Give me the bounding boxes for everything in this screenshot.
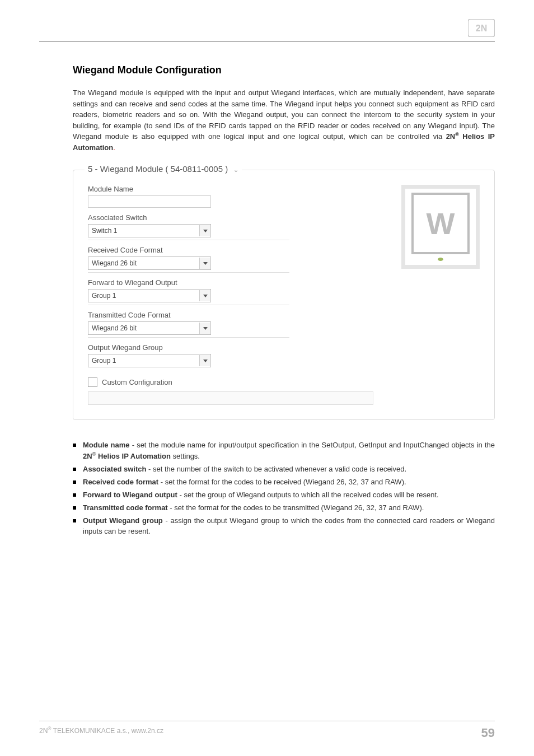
transmitted-code-format-value: Wiegand 26 bit	[92, 324, 137, 332]
bullet-text: - set the format for the codes to be rec…	[158, 478, 406, 486]
bullet-term: Received code format	[83, 478, 158, 486]
bullet-list: Module name - set the module name for in…	[73, 440, 495, 536]
intro-text: The Wiegand module is equipped with the …	[73, 88, 495, 141]
forward-output-select[interactable]: Group 1	[88, 289, 211, 302]
header-rule: 2N	[39, 22, 495, 42]
footer-text: TELEKOMUNIKACE a.s., www.2n.cz	[51, 727, 164, 735]
panel-title[interactable]: 5 - Wiegand Module ( 54-0811-0005 ) ⌄	[85, 164, 242, 174]
custom-config-checkbox[interactable]	[88, 377, 97, 387]
module-name-input[interactable]	[88, 195, 211, 208]
transmitted-code-format-select[interactable]: Wiegand 26 bit	[88, 321, 211, 335]
forward-output-value: Group 1	[92, 292, 116, 300]
bullet-text-after: .	[437, 491, 439, 499]
bullet-text: - set the module name for input/output s…	[130, 441, 495, 449]
brand-logo: 2N	[468, 19, 495, 39]
divider	[88, 272, 289, 273]
config-panel: 5 - Wiegand Module ( 54-0811-0005 ) ⌄ Mo…	[73, 170, 495, 420]
output-wiegand-group-value: Group 1	[92, 357, 116, 365]
custom-config-input[interactable]	[88, 391, 373, 405]
received-code-format-value: Wiegand 26 bit	[92, 259, 137, 267]
bullet-term: Transmitted code format	[83, 503, 168, 512]
bullet-brand-suffix: Helios IP Automation	[96, 452, 171, 461]
bullet-item: Forward to Wiegand output - set the grou…	[73, 490, 495, 501]
chevron-down-icon: ⌄	[233, 166, 238, 174]
forward-output-label: Forward to Wiegand Output	[88, 278, 379, 287]
page-footer: 2N® TELEKOMUNIKACE a.s., www.2n.cz 59	[39, 721, 495, 740]
divider	[88, 305, 289, 305]
received-code-format-label: Received Code Format	[88, 246, 379, 254]
bullet-text-after: settings.	[171, 452, 200, 461]
bullet-term: Associated switch	[83, 465, 146, 473]
bullet-item: Module name - set the module name for in…	[73, 440, 495, 462]
associated-switch-label: Associated Switch	[88, 213, 379, 222]
bullet-term: Forward to Wiegand output	[83, 491, 177, 499]
bullet-item: Associated switch - set the number of th…	[73, 464, 495, 475]
panel-title-text: 5 - Wiegand Module ( 54-0811-0005 )	[88, 164, 228, 174]
page-number: 59	[481, 726, 495, 740]
footer-left: 2N® TELEKOMUNIKACE a.s., www.2n.cz	[39, 726, 163, 740]
intro-paragraph: The Wiegand module is equipped with the …	[73, 87, 495, 153]
transmitted-code-format-label: Transmitted Code Format	[88, 311, 379, 319]
output-wiegand-group-select[interactable]: Group 1	[88, 354, 211, 367]
intro-brand: 2N	[446, 132, 456, 141]
divider	[88, 337, 289, 338]
reg-mark: ®	[455, 132, 459, 137]
associated-switch-select[interactable]: Switch 1	[88, 224, 211, 237]
bullet-text: - set the number of the switch to be act…	[146, 465, 404, 473]
bullet-term: Module name	[83, 441, 130, 449]
output-wiegand-group-label: Output Wiegand Group	[88, 343, 379, 352]
custom-config-label: Custom Configuration	[102, 378, 172, 386]
caret-down-icon	[203, 262, 208, 265]
bullet-item: Output Wiegand group - assign the output…	[73, 516, 495, 537]
bullet-text-after: .	[404, 465, 406, 473]
bullet-item: Received code format - set the format fo…	[73, 477, 495, 488]
module-letter: W	[427, 208, 455, 239]
associated-switch-value: Switch 1	[92, 227, 117, 235]
svg-text:2N: 2N	[476, 24, 487, 33]
caret-down-icon	[203, 295, 208, 297]
footer-brand: 2N	[39, 727, 48, 735]
bullet-text: - set the format for the codes to be tra…	[168, 503, 424, 512]
section-heading: Wiegand Module Configuration	[73, 64, 495, 76]
intro-end: .	[113, 143, 115, 152]
divider	[88, 240, 289, 240]
bullet-term: Output Wiegand group	[83, 516, 163, 525]
caret-down-icon	[203, 230, 208, 232]
bullet-item: Transmitted code format - set the format…	[73, 503, 495, 514]
bullet-brand: 2N	[83, 452, 92, 461]
status-led-icon	[438, 258, 443, 261]
module-name-label: Module Name	[88, 185, 379, 193]
module-image: W	[401, 185, 480, 269]
received-code-format-select[interactable]: Wiegand 26 bit	[88, 256, 211, 270]
bullet-text: - set the group of Wiegand outputs to wh…	[177, 491, 437, 499]
caret-down-icon	[203, 360, 208, 362]
caret-down-icon	[203, 327, 208, 330]
